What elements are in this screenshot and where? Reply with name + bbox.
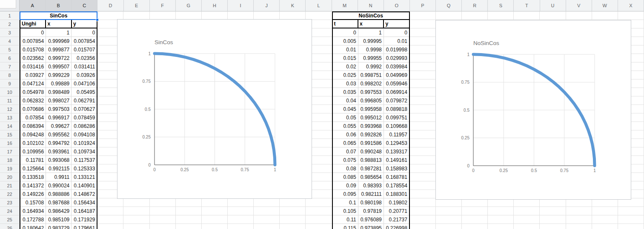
- nosincos-merged-title-cell[interactable]: NoSinCos: [332, 11, 410, 20]
- cell[interactable]: 0.054978: [20, 88, 46, 96]
- cell[interactable]: 0.125664: [20, 164, 46, 173]
- row-header-21[interactable]: 21: [0, 181, 20, 190]
- cell[interactable]: 0.985654: [358, 173, 384, 181]
- cell[interactable]: 0.089818: [384, 105, 409, 113]
- cell[interactable]: 0.094248: [20, 130, 46, 139]
- cell[interactable]: 0.09: [333, 181, 358, 190]
- cell[interactable]: 0.999969: [46, 37, 72, 45]
- cell[interactable]: 0.05495: [72, 88, 97, 96]
- cell[interactable]: 0.986429: [46, 207, 72, 215]
- cell[interactable]: 0.980198: [358, 198, 384, 207]
- cell[interactable]: 0.99889: [46, 79, 72, 88]
- cell[interactable]: 0.1: [333, 198, 358, 207]
- column-header-G[interactable]: G: [176, 0, 202, 11]
- cell[interactable]: 0.178554: [384, 181, 409, 190]
- cell[interactable]: 0.997503: [46, 105, 72, 113]
- cell[interactable]: 0.045: [333, 105, 358, 113]
- cell[interactable]: 0.005: [333, 37, 358, 45]
- row-header-17[interactable]: 17: [0, 147, 20, 156]
- cell[interactable]: 0.109956: [20, 147, 46, 156]
- row-header-3[interactable]: 3: [0, 28, 20, 37]
- cell[interactable]: 0.98393: [358, 181, 384, 190]
- row-header-8[interactable]: 8: [0, 71, 20, 79]
- column-header-P[interactable]: P: [410, 0, 436, 11]
- cell[interactable]: 0.179661: [72, 224, 97, 229]
- cell[interactable]: 0.993068: [46, 156, 72, 164]
- cell[interactable]: 0.990024: [46, 181, 72, 190]
- cell[interactable]: 0.988813: [358, 156, 384, 164]
- cell[interactable]: 0.039984: [384, 62, 409, 71]
- column-header-I[interactable]: I: [228, 0, 254, 11]
- cell[interactable]: 0.188301: [384, 190, 409, 198]
- cell[interactable]: 0.03926: [72, 71, 97, 79]
- cell[interactable]: 0.133518: [20, 173, 46, 181]
- cell[interactable]: 0.078459: [72, 113, 97, 122]
- cell[interactable]: 1: [46, 28, 72, 37]
- cell[interactable]: 0.991586: [358, 139, 384, 147]
- cell[interactable]: 0.15708: [20, 198, 46, 207]
- row-header-5[interactable]: 5: [0, 45, 20, 54]
- column-header-E[interactable]: E: [124, 0, 150, 11]
- cell[interactable]: 0.999722: [46, 54, 72, 62]
- column-header-B[interactable]: B: [46, 0, 72, 11]
- cell[interactable]: 0.01: [384, 37, 409, 45]
- cell[interactable]: 0.109734: [72, 147, 97, 156]
- cell[interactable]: 0.059946: [384, 79, 409, 88]
- cell[interactable]: 0.086286: [72, 122, 97, 130]
- row-header-15[interactable]: 15: [0, 130, 20, 139]
- cell[interactable]: 0.982111: [358, 190, 384, 198]
- table-header-cell[interactable]: x: [46, 20, 72, 28]
- cell[interactable]: 0.075: [333, 156, 358, 164]
- cell[interactable]: 0.007854: [72, 37, 97, 45]
- column-header-L[interactable]: L: [306, 0, 332, 11]
- table-header-cell[interactable]: y: [384, 20, 409, 28]
- cell[interactable]: 0.985109: [46, 215, 72, 224]
- cell[interactable]: 0.129453: [384, 139, 409, 147]
- column-header-C[interactable]: C: [72, 0, 97, 11]
- row-header-19[interactable]: 19: [0, 164, 20, 173]
- cell[interactable]: 0.047124: [20, 79, 46, 88]
- cell[interactable]: 0.992115: [46, 164, 72, 173]
- cell[interactable]: 0.995012: [358, 113, 384, 122]
- column-header-T[interactable]: T: [514, 0, 540, 11]
- chart-nosincos[interactable]: NoSinCos00.250.50.75100.250.50.751: [435, 20, 631, 200]
- cell[interactable]: 0.047106: [72, 79, 97, 88]
- row-header-1[interactable]: 1: [0, 11, 20, 20]
- cell[interactable]: 0.023562: [20, 54, 46, 62]
- cell[interactable]: 0.996917: [46, 113, 72, 122]
- sincos-merged-title-cell[interactable]: SinCos: [20, 11, 97, 20]
- row-header-16[interactable]: 16: [0, 139, 20, 147]
- cell[interactable]: 0.029993: [384, 54, 409, 62]
- cell[interactable]: 0.998751: [358, 71, 384, 79]
- column-header-X[interactable]: X: [618, 0, 644, 11]
- cell[interactable]: 0.062791: [72, 96, 97, 105]
- cell[interactable]: 0.031416: [20, 62, 46, 71]
- cell[interactable]: 0.9911: [46, 173, 72, 181]
- cell[interactable]: 0.102102: [20, 139, 46, 147]
- column-header-K[interactable]: K: [280, 0, 306, 11]
- cell[interactable]: 0.998202: [358, 79, 384, 88]
- cell[interactable]: 0.007854: [20, 37, 46, 45]
- cell[interactable]: 0.9992: [358, 62, 384, 71]
- cell[interactable]: 0.133121: [72, 173, 97, 181]
- row-header-23[interactable]: 23: [0, 198, 20, 207]
- cell[interactable]: 0.180642: [20, 224, 46, 229]
- cell[interactable]: 0.086394: [20, 122, 46, 130]
- cell[interactable]: 0.015708: [20, 45, 46, 54]
- cell[interactable]: 0.11781: [20, 156, 46, 164]
- cell[interactable]: 0.998489: [46, 88, 72, 96]
- cell[interactable]: 0.9998: [358, 45, 384, 54]
- cell[interactable]: 0.996805: [358, 96, 384, 105]
- cell[interactable]: 0.07854: [20, 113, 46, 122]
- cell[interactable]: 0: [384, 28, 409, 37]
- cell[interactable]: 0.993968: [358, 122, 384, 130]
- row-header-4[interactable]: 4: [0, 37, 20, 45]
- column-header-Q[interactable]: Q: [436, 0, 462, 11]
- cell[interactable]: 0.031411: [72, 62, 97, 71]
- row-header-20[interactable]: 20: [0, 173, 20, 181]
- cell[interactable]: 0.065: [333, 139, 358, 147]
- cell[interactable]: 0.015: [333, 54, 358, 62]
- table-header-cell[interactable]: Unghi: [20, 20, 46, 28]
- cell[interactable]: 0.164934: [20, 207, 46, 215]
- column-header-U[interactable]: U: [540, 0, 566, 11]
